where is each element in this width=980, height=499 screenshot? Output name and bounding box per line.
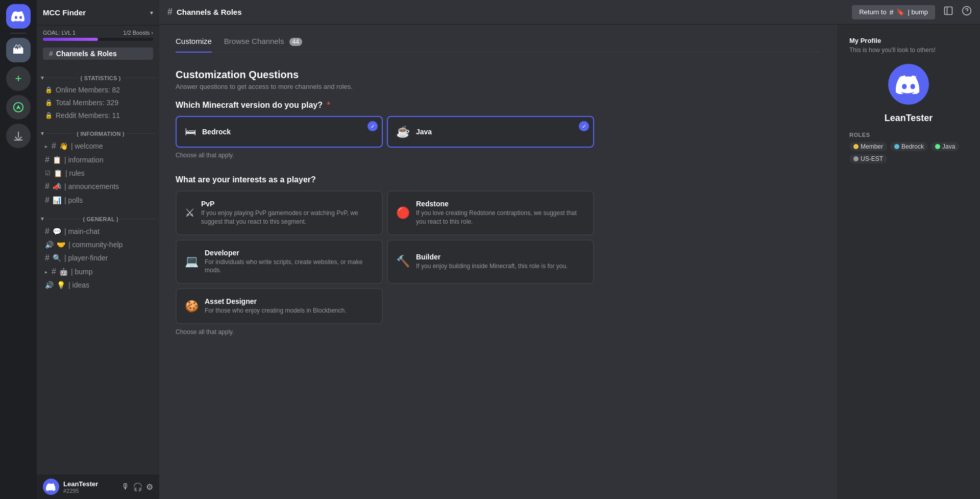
option-asset-designer[interactable]: 🍪 Asset Designer For those who enjoy cre…: [176, 288, 383, 324]
channel-reddit-members[interactable]: 🔒 Reddit Members: 11: [39, 109, 157, 122]
channel-total-members[interactable]: 🔒 Total Members: 329: [39, 97, 157, 109]
asset-designer-emoji: 🍪: [185, 300, 199, 313]
profile-avatar: [888, 64, 929, 105]
server-divider: [10, 33, 27, 34]
choose-label: Choose all that apply.: [176, 328, 821, 336]
role-label: US-EST: [861, 155, 883, 162]
window-icon-button[interactable]: [943, 6, 953, 18]
header-right: Return to # 🔖 | bump: [852, 5, 972, 19]
category-label: ( GENERAL ): [83, 216, 118, 222]
section-subtitle: Answer questions to get access to more c…: [176, 83, 821, 90]
option-java[interactable]: ☕ Java ✓: [387, 116, 594, 148]
svg-rect-3: [945, 7, 952, 15]
channel-emoji: 👋: [59, 142, 68, 150]
option-developer[interactable]: 💻 Developer For individuals who write sc…: [176, 240, 383, 284]
channel-emoji: 📊: [53, 196, 61, 204]
hash-icon: #: [45, 182, 50, 191]
hash-icon: #: [45, 227, 50, 236]
settings-icon[interactable]: ⚙: [146, 482, 153, 492]
asset-designer-title: Asset Designer: [205, 297, 346, 305]
profile-username: LeanTester: [849, 113, 968, 124]
channel-emoji: 💬: [53, 227, 61, 235]
return-to-bump-button[interactable]: Return to # 🔖 | bump: [852, 5, 935, 19]
roles-label: ROLES: [849, 132, 968, 138]
channel-sidebar: MCC Finder ▾ GOAL: LVL 1 1/2 Boosts › # …: [37, 0, 159, 499]
microphone-icon[interactable]: 🎙: [121, 482, 130, 492]
channel-information[interactable]: # 📋 | information: [39, 153, 157, 167]
channel-name: | welcome: [71, 142, 103, 150]
hash-icon: #: [45, 253, 50, 263]
expand-icon: ▸: [45, 144, 47, 149]
help-icon-button[interactable]: [962, 6, 972, 18]
check-badge: ✓: [368, 121, 378, 131]
developer-desc: For individuals who write scripts, creat…: [205, 258, 374, 275]
pvp-title: PvP: [201, 200, 374, 208]
roles-list: Member Bedrock Java US-EST: [849, 142, 968, 163]
header-hash-icon: #: [167, 7, 173, 17]
download-icon[interactable]: [6, 124, 31, 148]
channel-polls[interactable]: # 📊 | polls: [39, 194, 157, 207]
channel-main-chat[interactable]: # 💬 | main-chat: [39, 225, 157, 238]
option-builder[interactable]: 🔨 Builder If you enjoy building inside M…: [387, 240, 594, 284]
main-content: # Channels & Roles Return to # 🔖 | bump: [159, 0, 980, 499]
footer-username: LeanTester: [63, 480, 117, 488]
tab-browse-channels[interactable]: Browse Channels 44: [224, 37, 302, 53]
channel-name: | announcements: [64, 182, 119, 191]
option-redstone[interactable]: 🔴 Redstone If you love creating Redstone…: [387, 191, 594, 235]
boost-bar: GOAL: LVL 1 1/2 Boosts ›: [37, 26, 159, 45]
channel-online-members[interactable]: 🔒 Online Members: 82: [39, 84, 157, 96]
asset-designer-desc: For those who enjoy creating models in B…: [205, 306, 346, 315]
headphones-icon[interactable]: 🎧: [133, 482, 143, 492]
redstone-title: Redstone: [416, 200, 585, 208]
question-label: Which Minecraft version do you play? *: [176, 101, 821, 110]
channel-emoji: 🔍: [53, 254, 61, 262]
channel-bump[interactable]: ▸ # 🤖 | bump: [39, 265, 157, 278]
option-bedrock[interactable]: 🛏 Bedrock ✓: [176, 116, 383, 148]
discover-servers-icon[interactable]: [6, 95, 31, 120]
channel-name: | rules: [65, 169, 85, 177]
channel-emoji: 🤖: [59, 268, 68, 276]
role-dot: [853, 156, 859, 161]
channels-roles-item[interactable]: # Channels & Roles: [37, 45, 159, 62]
footer-icons: 🎙 🎧 ⚙: [121, 482, 153, 492]
redstone-desc: If you love creating Redstone contraptio…: [416, 209, 585, 226]
required-marker: *: [327, 101, 330, 109]
role-dot: [935, 144, 940, 149]
channel-name: | main-chat: [64, 227, 100, 235]
category-statistics: ▾ ( STATISTICS ): [37, 66, 159, 83]
content-main: Customize Browse Channels 44 Customizati…: [159, 25, 837, 499]
category-label: ( INFORMATION ): [77, 131, 125, 137]
channel-rules[interactable]: ☑ 📋 | rules: [39, 167, 157, 179]
channel-welcome[interactable]: ▸ # 👋 | welcome: [39, 139, 157, 153]
channel-name: | bump: [71, 268, 93, 276]
bedrock-emoji: 🛏: [185, 125, 196, 138]
java-emoji: ☕: [396, 125, 410, 138]
channel-player-finder[interactable]: # 🔍 | player-finder: [39, 251, 157, 265]
channel-emoji: 📋: [53, 156, 61, 164]
hash-icon: #: [49, 50, 53, 58]
lock-icon: 🔒: [45, 99, 53, 106]
channel-name: | polls: [64, 196, 83, 204]
tab-browse-channels-label: Browse Channels: [224, 37, 284, 45]
svg-marker-1: [16, 105, 20, 109]
sidebar-header[interactable]: MCC Finder ▾: [37, 0, 159, 26]
mcc-finder-guild-icon[interactable]: 🏔: [6, 38, 31, 62]
channel-ideas[interactable]: 🔊 💡 | ideas: [39, 279, 157, 291]
channel-emoji: 📋: [54, 169, 62, 177]
java-title: Java: [416, 128, 432, 136]
channel-community-help[interactable]: 🔊 🤝 | community-help: [39, 239, 157, 251]
builder-desc: If you enjoy building inside Minecraft, …: [416, 262, 568, 271]
option-pvp[interactable]: ⚔ PvP If you enjoy playing PvP gamemodes…: [176, 191, 383, 235]
channel-name: | player-finder: [64, 254, 108, 262]
discord-home-icon[interactable]: [6, 4, 31, 29]
tab-customize[interactable]: Customize: [176, 37, 212, 53]
add-server-button[interactable]: +: [6, 66, 31, 91]
builder-emoji: 🔨: [396, 255, 410, 268]
channel-announcements[interactable]: # 📣 | announcements: [39, 180, 157, 193]
server-bar: 🏔 +: [0, 0, 37, 499]
check-badge: ✓: [579, 121, 589, 131]
sidebar-footer: LeanTester #2295 🎙 🎧 ⚙: [37, 474, 159, 499]
channels-roles-channel[interactable]: # Channels & Roles: [43, 47, 153, 60]
question-label: What are your interests as a player?: [176, 175, 821, 184]
content-area: Customize Browse Channels 44 Customizati…: [159, 25, 980, 499]
